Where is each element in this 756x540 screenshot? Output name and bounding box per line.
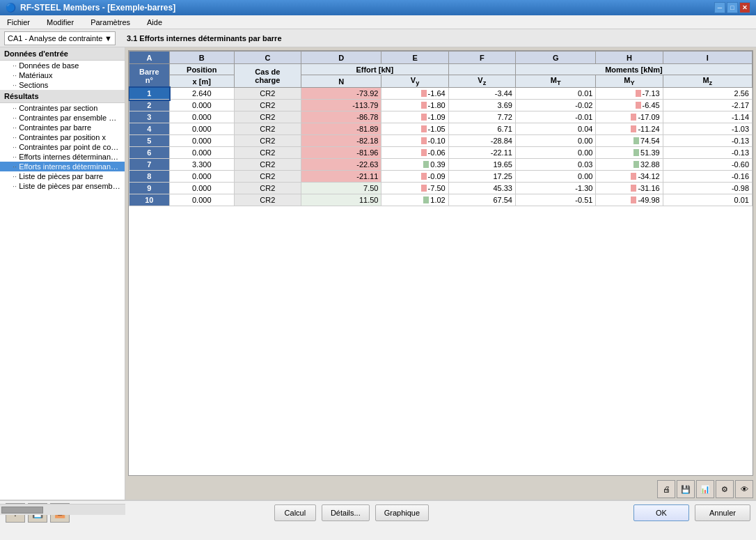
cell-MT[interactable]: 0.00 <box>515 147 595 159</box>
cell-N[interactable]: -113.79 <box>301 100 381 111</box>
col-header-f[interactable]: F <box>448 52 515 64</box>
tree-item-efforts-determinants-1[interactable]: Efforts internes déterminants p... <box>0 152 125 162</box>
cell-position[interactable]: 0.000 <box>169 171 234 183</box>
cell-Vy[interactable]: -7.50 <box>381 183 448 194</box>
cell-position[interactable]: 0.000 <box>169 135 234 147</box>
cell-barre[interactable]: 7 <box>129 159 170 171</box>
cell-N[interactable]: 11.50 <box>301 194 381 206</box>
cell-position[interactable]: 0.000 <box>169 123 234 135</box>
cell-Vz[interactable]: 3.69 <box>448 100 515 111</box>
cell-Vz[interactable]: -28.84 <box>448 135 515 147</box>
cell-MZ[interactable]: -1.14 <box>663 111 752 123</box>
cell-MY[interactable]: -6.45 <box>596 100 663 111</box>
cell-Vz[interactable]: 19.65 <box>448 159 515 171</box>
tree-item-donnees-base[interactable]: Données de base <box>0 61 125 70</box>
menu-fichier[interactable]: Fichier <box>3 17 34 28</box>
cell-cas[interactable]: CR2 <box>234 88 301 100</box>
cell-Vz[interactable]: 7.72 <box>448 111 515 123</box>
cell-MY[interactable]: -17.09 <box>596 111 663 123</box>
cell-MT[interactable]: 0.00 <box>515 135 595 147</box>
settings-icon-btn[interactable]: ⚙ <box>716 480 734 498</box>
cell-MZ[interactable]: -0.98 <box>663 183 752 194</box>
cell-position[interactable]: 3.300 <box>169 159 234 171</box>
cell-barre[interactable]: 6 <box>129 147 170 159</box>
cell-cas[interactable]: CR2 <box>234 194 301 206</box>
col-header-c[interactable]: C <box>234 52 301 64</box>
cell-N[interactable]: -86.78 <box>301 111 381 123</box>
annuler-btn[interactable]: Annuler <box>695 504 750 521</box>
cell-Vy[interactable]: -0.09 <box>381 171 448 183</box>
col-header-d[interactable]: D <box>301 52 381 64</box>
cell-MZ[interactable]: -0.16 <box>663 171 752 183</box>
cell-N[interactable]: -22.63 <box>301 159 381 171</box>
left-panel-scrollbar[interactable] <box>0 504 125 515</box>
cell-position[interactable]: 0.000 <box>169 194 234 206</box>
cell-MZ[interactable]: -0.13 <box>663 135 752 147</box>
cell-MT[interactable]: 0.01 <box>515 88 595 100</box>
cell-MZ[interactable]: -0.60 <box>663 159 752 171</box>
cell-Vy[interactable]: -0.06 <box>381 147 448 159</box>
cell-Vy[interactable]: -1.80 <box>381 100 448 111</box>
cell-barre[interactable]: 10 <box>129 194 170 206</box>
tree-item-materiaux[interactable]: Matériaux <box>0 70 125 80</box>
case-selector[interactable]: CA1 - Analyse de contrainte ▼ <box>4 31 116 45</box>
cell-Vz[interactable]: -22.11 <box>448 147 515 159</box>
view-icon-btn[interactable]: 👁 <box>735 480 753 498</box>
cell-MY[interactable]: 32.88 <box>596 159 663 171</box>
cell-barre[interactable]: 2 <box>129 100 170 111</box>
cell-position[interactable]: 0.000 <box>169 100 234 111</box>
col-header-i[interactable]: I <box>663 52 752 64</box>
cell-N[interactable]: -81.89 <box>301 123 381 135</box>
cell-position[interactable]: 2.640 <box>169 88 234 100</box>
cell-MT[interactable]: 0.03 <box>515 159 595 171</box>
cell-MY[interactable]: 74.54 <box>596 135 663 147</box>
graphique-btn[interactable]: Graphique <box>375 504 429 521</box>
cell-barre[interactable]: 4 <box>129 123 170 135</box>
tree-item-contraintes-barre[interactable]: Contraintes par barre <box>0 123 125 132</box>
cell-barre[interactable]: 3 <box>129 111 170 123</box>
cell-Vz[interactable]: 17.25 <box>448 171 515 183</box>
cell-Vy[interactable]: -0.10 <box>381 135 448 147</box>
cell-position[interactable]: 0.000 <box>169 183 234 194</box>
tree-item-liste-pieces-ensemble[interactable]: Liste de pièces par ensemble de... <box>0 181 125 191</box>
col-header-b[interactable]: B <box>169 52 234 64</box>
cell-Vy[interactable]: 1.02 <box>381 194 448 206</box>
tree-item-efforts-determinants-2[interactable]: Efforts internes déterminants p... <box>0 162 125 171</box>
cell-MZ[interactable]: 2.56 <box>663 88 752 100</box>
cell-MZ[interactable]: -1.03 <box>663 123 752 135</box>
scroll-thumb[interactable] <box>1 507 43 514</box>
cell-MT[interactable]: -0.51 <box>515 194 595 206</box>
col-header-h[interactable]: H <box>596 52 663 64</box>
cell-MT[interactable]: 0.04 <box>515 123 595 135</box>
menu-modifier[interactable]: Modifier <box>42 17 78 28</box>
cell-cas[interactable]: CR2 <box>234 183 301 194</box>
cell-barre[interactable]: 8 <box>129 171 170 183</box>
ok-btn[interactable]: OK <box>633 504 689 521</box>
cell-MY[interactable]: -31.16 <box>596 183 663 194</box>
menu-aide[interactable]: Aide <box>143 17 166 28</box>
calcul-btn[interactable]: Calcul <box>274 504 316 521</box>
cell-N[interactable]: 7.50 <box>301 183 381 194</box>
cell-barre[interactable]: 1 <box>129 88 170 100</box>
cell-N[interactable]: -21.11 <box>301 171 381 183</box>
cell-position[interactable]: 0.000 <box>169 147 234 159</box>
cell-Vz[interactable]: 6.71 <box>448 123 515 135</box>
tree-item-sections[interactable]: Sections <box>0 80 125 90</box>
export-icon-btn[interactable]: 💾 <box>677 480 695 498</box>
tree-item-contraintes-position[interactable]: Contraintes par position x <box>0 132 125 142</box>
table-container[interactable]: A B C D E F G H I Barren° Position <box>128 50 753 476</box>
cell-MZ[interactable]: -0.13 <box>663 147 752 159</box>
cell-position[interactable]: 0.000 <box>169 111 234 123</box>
cell-cas[interactable]: CR2 <box>234 135 301 147</box>
cell-MZ[interactable]: -2.17 <box>663 100 752 111</box>
cell-cas[interactable]: CR2 <box>234 171 301 183</box>
cell-Vy[interactable]: 0.39 <box>381 159 448 171</box>
cell-MT[interactable]: -1.30 <box>515 183 595 194</box>
tree-item-contraintes-ensemble[interactable]: Contraintes par ensemble de b... <box>0 113 125 123</box>
cell-MY[interactable]: -34.12 <box>596 171 663 183</box>
cell-cas[interactable]: CR2 <box>234 147 301 159</box>
cell-cas[interactable]: CR2 <box>234 111 301 123</box>
close-btn[interactable]: ✕ <box>739 2 750 13</box>
col-header-g[interactable]: G <box>515 52 595 64</box>
cell-MY[interactable]: 51.39 <box>596 147 663 159</box>
